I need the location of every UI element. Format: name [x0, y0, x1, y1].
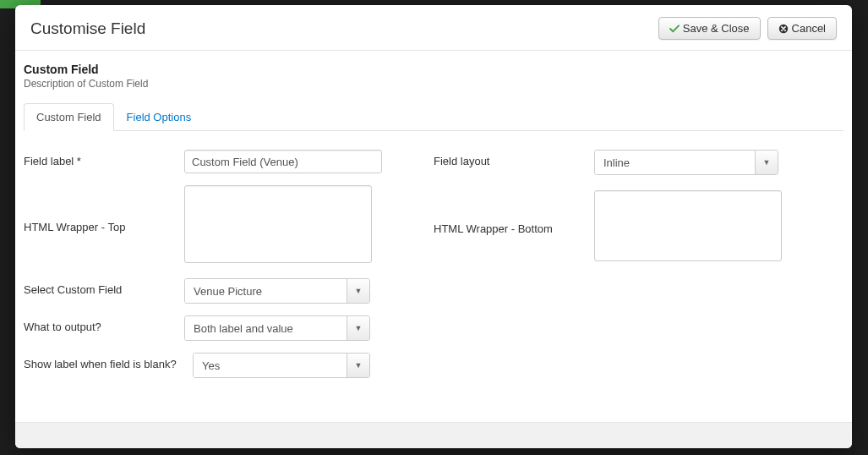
select-custom-field-dropdown[interactable]: Venue Picture ▼	[184, 278, 370, 304]
cancel-button-label: Cancel	[792, 22, 826, 35]
save-and-close-button[interactable]: Save & Close	[658, 17, 761, 40]
modal-footer	[15, 422, 852, 448]
cancel-icon	[778, 24, 789, 34]
modal-body: Custom Field Description of Custom Field…	[15, 51, 852, 423]
chevron-down-icon: ▼	[347, 354, 369, 377]
customise-field-modal: Customise Field Save & Close Cancel Cust…	[15, 5, 852, 448]
label-html-wrapper-top: HTML Wrapper - Top	[24, 216, 184, 233]
html-wrapper-top-textarea[interactable]	[184, 185, 372, 263]
tab-custom-field[interactable]: Custom Field	[24, 103, 114, 131]
field-layout-value: Inline	[595, 151, 755, 174]
row-html-wrapper-bottom: HTML Wrapper - Bottom	[434, 187, 843, 265]
chevron-down-icon: ▼	[347, 279, 369, 303]
form-right-column: Field layout Inline ▼ HTML Wrapper - Bot…	[434, 150, 843, 390]
form-area: Field label * HTML Wrapper - Top Select …	[24, 131, 843, 390]
row-field-layout: Field layout Inline ▼	[434, 150, 843, 175]
select-custom-field-value: Venue Picture	[185, 279, 347, 303]
chevron-down-icon: ▼	[347, 316, 369, 340]
label-show-label-when-blank: Show label when field is blank?	[24, 353, 193, 370]
row-show-label-when-blank: Show label when field is blank? Yes ▼	[24, 353, 434, 378]
show-label-when-blank-value: Yes	[194, 354, 347, 377]
section-description: Description of Custom Field	[24, 78, 843, 90]
modal-header: Customise Field Save & Close Cancel	[15, 5, 852, 51]
field-label-input[interactable]	[184, 150, 382, 173]
cancel-button[interactable]: Cancel	[767, 17, 837, 40]
label-what-to-output: What to output?	[24, 315, 184, 333]
chevron-down-icon: ▼	[755, 151, 778, 174]
what-to-output-dropdown[interactable]: Both label and value ▼	[184, 315, 370, 341]
tab-field-options[interactable]: Field Options	[114, 103, 205, 131]
check-icon	[669, 24, 680, 34]
modal-title: Customise Field	[30, 19, 145, 38]
row-field-label: Field label *	[24, 150, 434, 173]
row-select-custom-field: Select Custom Field Venue Picture ▼	[24, 278, 434, 304]
header-buttons: Save & Close Cancel	[658, 17, 837, 40]
label-field-label: Field label *	[24, 150, 184, 167]
row-html-wrapper-top: HTML Wrapper - Top	[24, 185, 434, 263]
html-wrapper-bottom-textarea[interactable]	[594, 190, 782, 261]
section-title: Custom Field	[24, 63, 843, 76]
what-to-output-value: Both label and value	[185, 316, 347, 340]
form-left-column: Field label * HTML Wrapper - Top Select …	[24, 150, 434, 390]
label-field-layout: Field layout	[434, 150, 594, 167]
field-layout-dropdown[interactable]: Inline ▼	[594, 150, 778, 175]
label-html-wrapper-bottom: HTML Wrapper - Bottom	[434, 217, 594, 235]
show-label-when-blank-dropdown[interactable]: Yes ▼	[193, 353, 370, 378]
tab-bar: Custom Field Field Options	[24, 103, 843, 131]
label-select-custom-field: Select Custom Field	[24, 278, 184, 296]
save-button-label: Save & Close	[683, 22, 750, 35]
row-what-to-output: What to output? Both label and value ▼	[24, 315, 434, 341]
